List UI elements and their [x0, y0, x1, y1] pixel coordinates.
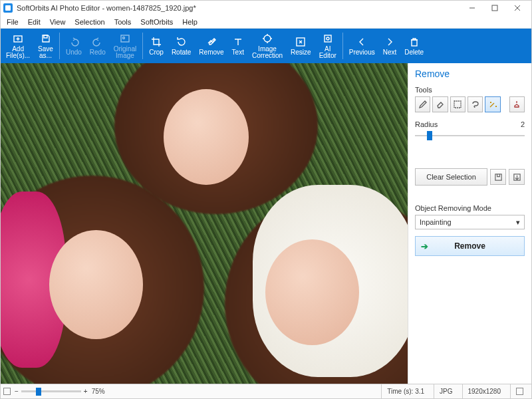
statusbar: − + 75% Time (s): 3.1 JPG 1920x1280 — [1, 384, 531, 398]
svg-rect-13 — [454, 101, 461, 108]
status-dimensions: 1920x1280 — [462, 384, 507, 398]
chevron-down-icon: ▾ — [516, 218, 520, 227]
next-button[interactable]: Next — [379, 29, 401, 63]
tools-label: Tools — [415, 86, 525, 94]
clear-selection-button[interactable]: Clear Selection — [415, 168, 487, 186]
ai-editor-button[interactable]: AI Editor — [315, 29, 340, 63]
side-panel: Remove Tools Radius 2 Clear Selection — [408, 63, 531, 384]
titlebar: SoftOrbits AI Photo Editor - women-14878… — [1, 1, 531, 15]
image-canvas[interactable] — [1, 63, 408, 384]
remove-action-button[interactable]: ➔ Remove — [415, 236, 525, 256]
load-selection-button[interactable] — [509, 169, 525, 185]
photo-content — [1, 63, 408, 384]
status-time: Time (s): 3.1 — [381, 384, 430, 398]
image-correction-button[interactable]: Image Correction — [248, 29, 287, 63]
save-as-button[interactable]: Save as... — [34, 29, 57, 63]
svg-point-8 — [264, 35, 271, 42]
eraser-tool[interactable] — [432, 96, 448, 112]
panel-title: Remove — [415, 68, 525, 79]
zoom-value: 75% — [92, 388, 105, 395]
fit-screen-button[interactable] — [3, 388, 11, 395]
undo-button[interactable]: Undo — [62, 29, 86, 63]
clone-stamp-tool[interactable] — [509, 96, 525, 112]
crop-button[interactable]: Crop — [145, 29, 168, 63]
text-button[interactable]: Text — [228, 29, 248, 63]
menu-help[interactable]: Help — [178, 17, 202, 27]
radius-value: 2 — [521, 120, 525, 128]
menu-edit[interactable]: Edit — [23, 17, 45, 27]
svg-rect-1 — [492, 5, 497, 11]
radius-label: Radius — [415, 120, 438, 128]
svg-rect-14 — [495, 174, 501, 180]
menu-file[interactable]: File — [2, 17, 23, 27]
magic-wand-tool[interactable] — [485, 96, 500, 112]
pencil-tool[interactable] — [415, 96, 430, 112]
resize-button[interactable]: Resize — [287, 29, 315, 63]
minimize-button[interactable] — [461, 1, 483, 15]
menu-tools[interactable]: Tools — [110, 17, 136, 27]
menubar: File Edit View Selection Tools SoftOrbit… — [1, 15, 531, 29]
ribbon-toolbar: Add File(s)... Save as... Undo Redo Orig… — [1, 29, 531, 63]
svg-point-11 — [327, 37, 329, 40]
svg-rect-12 — [412, 40, 417, 46]
maximize-button[interactable] — [483, 1, 506, 15]
app-icon — [3, 3, 13, 13]
zoom-out-icon[interactable]: − — [15, 388, 19, 395]
close-button[interactable] — [506, 1, 529, 15]
zoom-in-icon[interactable]: + — [84, 388, 88, 395]
menu-selection[interactable]: Selection — [70, 17, 109, 27]
mode-label: Object Removing Mode — [415, 204, 525, 212]
status-extra-icon[interactable] — [510, 384, 529, 398]
save-selection-button[interactable] — [490, 169, 506, 185]
radius-slider[interactable] — [415, 130, 525, 142]
original-image-button[interactable]: Original Image — [110, 29, 140, 63]
tool-row — [415, 96, 525, 112]
window-title: SoftOrbits AI Photo Editor - women-14878… — [17, 4, 196, 12]
svg-rect-6 — [121, 35, 129, 42]
svg-point-7 — [122, 37, 124, 39]
main-area: Remove Tools Radius 2 Clear Selection — [1, 63, 531, 384]
redo-button[interactable]: Redo — [86, 29, 110, 63]
delete-button[interactable]: Delete — [400, 29, 428, 63]
arrow-right-icon: ➔ — [421, 241, 428, 251]
rectangle-select-tool[interactable] — [450, 96, 466, 112]
previous-button[interactable]: Previous — [345, 29, 379, 63]
menu-softorbits[interactable]: SoftOrbits — [136, 17, 178, 27]
zoom-slider[interactable] — [21, 390, 81, 392]
menu-view[interactable]: View — [45, 17, 70, 27]
status-format: JPG — [434, 384, 458, 398]
rotate-button[interactable]: Rotate — [168, 29, 195, 63]
app-window: SoftOrbits AI Photo Editor - women-14878… — [0, 0, 532, 399]
lasso-tool[interactable] — [467, 96, 483, 112]
add-files-button[interactable]: Add File(s)... — [2, 29, 34, 63]
mode-select[interactable]: Inpainting ▾ — [415, 215, 525, 229]
remove-tool-button[interactable]: Remove — [195, 29, 227, 63]
svg-rect-10 — [325, 35, 331, 42]
remove-button-label: Remove — [454, 241, 485, 251]
svg-rect-5 — [44, 35, 47, 38]
zoom-control[interactable]: − + — [15, 388, 88, 395]
mode-value: Inpainting — [420, 218, 452, 226]
